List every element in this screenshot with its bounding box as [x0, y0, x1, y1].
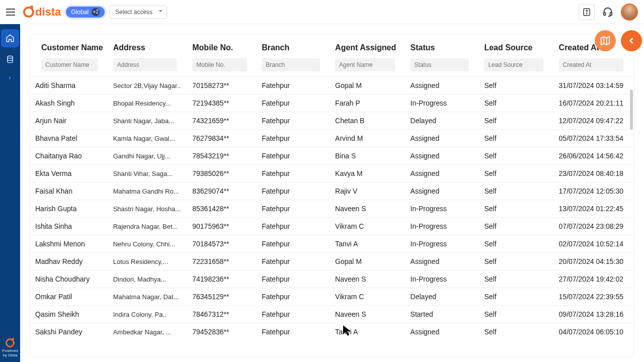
scope-chip[interactable]: Global +2	[66, 7, 105, 18]
table-row[interactable]: Harish GuptaShastri Nagar, Hosha...85361…	[30, 200, 634, 218]
filter-input-1[interactable]	[113, 58, 177, 71]
cell: Indira Colony, Pa..	[108, 306, 188, 323]
filter-input-3[interactable]	[262, 58, 320, 71]
cell: 04/07/2024 06:05:10	[554, 323, 634, 341]
access-select[interactable]: Select access	[110, 6, 167, 19]
cell: 76345129**	[187, 288, 257, 306]
brand-logo: dista	[23, 6, 61, 19]
cell: Harish Gupta	[30, 200, 108, 218]
table-row[interactable]: Ekta VermaShanti Vihar, Saga...79385026*…	[30, 165, 634, 183]
cell: 16/07/2024 20:21:11	[554, 95, 634, 112]
cell: Aditi Sharma	[30, 77, 108, 95]
cell: 72231658**	[187, 253, 257, 270]
cell: 90175963**	[187, 218, 257, 235]
cell: 31/07/2024 03:14:59	[554, 77, 634, 95]
table-row[interactable]: Omkar PatilMahatma Nagar, Dat...76345129…	[30, 288, 634, 306]
table-row[interactable]: Bhavna PatelKamla Nagar, Gwal...76279834…	[30, 130, 634, 147]
cell: Bhopal Residency...	[108, 95, 188, 112]
cell: Self	[479, 200, 553, 218]
filter-input-2[interactable]	[192, 58, 247, 71]
cell: 23/07/2024 08:40:18	[554, 165, 634, 183]
cell: Tanvi A	[330, 323, 406, 341]
cell: 70184573**	[187, 235, 257, 253]
table-row[interactable]: Faisal KhanMahatma Gandhi Ro...83629074*…	[30, 183, 634, 200]
cell: 15/07/2024 22:39:55	[554, 288, 634, 306]
cell: 27/07/2024 19:42:02	[554, 270, 634, 288]
table-row[interactable]: Sakshi PandeyAmbedkar Nagar, ...79452836…	[30, 323, 634, 341]
cell: Self	[479, 235, 553, 253]
table-row[interactable]: Nisha ChoudharyDindori, Madhya...7419823…	[30, 270, 634, 288]
cell: Fatehpur	[257, 95, 330, 112]
cell: Assigned	[406, 165, 479, 183]
cell: In-Progress	[406, 235, 479, 253]
table-row[interactable]: Chaitanya RaoGandhi Nagar, Ujj...7854321…	[30, 147, 634, 165]
nav-data[interactable]	[1, 50, 19, 68]
cell: 78543219**	[187, 147, 257, 165]
table-row[interactable]: Lakshmi MenonNehru Colony, Chhi...701845…	[30, 235, 634, 253]
help-icon[interactable]	[579, 4, 595, 20]
cell: Self	[479, 323, 553, 341]
cell: 05/07/2024 17:33:54	[554, 130, 634, 147]
cell: Fatehpur	[257, 270, 330, 288]
cell: Vikram C	[330, 218, 406, 235]
cell: Self	[479, 112, 553, 130]
cell: Vikram C	[330, 288, 406, 306]
col-header-4[interactable]: Agent Assigned	[330, 34, 406, 56]
filter-input-4[interactable]	[335, 58, 395, 71]
cell: Self	[479, 218, 553, 235]
cell: Self	[479, 165, 553, 183]
table-row[interactable]: Qasim SheikhIndira Colony, Pa..78467312*…	[30, 306, 634, 323]
col-header-6[interactable]: Lead Source	[479, 34, 553, 56]
cell: Fatehpur	[257, 183, 330, 200]
cell: Naveen S	[330, 200, 406, 218]
cell: Ambedkar Nagar, ...	[108, 323, 188, 341]
cell: Self	[479, 183, 553, 200]
filter-input-7[interactable]	[559, 58, 623, 71]
cell: Rajiv V	[330, 183, 406, 200]
cell: Self	[479, 130, 553, 147]
filter-input-0[interactable]	[41, 58, 98, 71]
col-header-3[interactable]: Branch	[257, 34, 330, 56]
cell: Fatehpur	[257, 165, 330, 183]
scope-label: Global	[71, 9, 89, 16]
nav-home[interactable]	[1, 29, 19, 47]
cell: Dindori, Madhya...	[108, 270, 188, 288]
cell: 26/06/2024 14:56:42	[554, 147, 634, 165]
col-header-2[interactable]: Mobile No.	[187, 34, 257, 56]
cell: 17/07/2024 12:05:30	[554, 183, 634, 200]
map-view-button[interactable]	[595, 30, 616, 51]
filter-input-6[interactable]	[484, 58, 543, 71]
user-avatar[interactable]	[621, 4, 638, 21]
filter-input-5[interactable]	[411, 58, 469, 71]
table-row[interactable]: Akash SinghBhopal Residency...72194385**…	[30, 95, 634, 112]
brand-text: dista	[35, 6, 61, 19]
cell: Fatehpur	[257, 288, 330, 306]
scope-badge: +2	[92, 8, 100, 16]
cell: Assigned	[406, 130, 479, 147]
cell: 72194385**	[187, 95, 257, 112]
table-row[interactable]: Ishita SinhaRajendra Nagar, Bet...901759…	[30, 218, 634, 235]
table-row[interactable]: Arjun NairShanti Nagar, Jaba...74321659*…	[30, 112, 634, 130]
cell: Assigned	[406, 147, 479, 165]
cell: 74198236**	[187, 270, 257, 288]
col-header-1[interactable]: Address	[108, 34, 188, 56]
sidebar-expand-icon[interactable]	[8, 73, 13, 82]
collapse-panel-button[interactable]	[621, 30, 642, 51]
cell: 83629074**	[187, 183, 257, 200]
cell: Chaitanya Rao	[30, 147, 108, 165]
col-header-0[interactable]: Customer Name	[30, 34, 108, 56]
cell: Assigned	[406, 183, 479, 200]
cell: Faisal Khan	[30, 183, 108, 200]
cell: Self	[479, 77, 553, 95]
cell: In-Progress	[406, 218, 479, 235]
cell: Assigned	[406, 323, 479, 341]
cell: Chetan B	[330, 112, 406, 130]
table-row[interactable]: Aditi SharmaSector 2B,Vijay Nagar..70158…	[30, 77, 634, 95]
col-header-5[interactable]: Status	[406, 34, 479, 56]
table-row[interactable]: Madhav ReddyLotus Residency,...72231658*…	[30, 253, 634, 270]
support-icon[interactable]	[600, 4, 616, 20]
menu-icon[interactable]	[6, 6, 18, 18]
cell: Arvind M	[330, 130, 406, 147]
scrollbar[interactable]	[630, 89, 633, 130]
cell: Bhavna Patel	[30, 130, 108, 147]
